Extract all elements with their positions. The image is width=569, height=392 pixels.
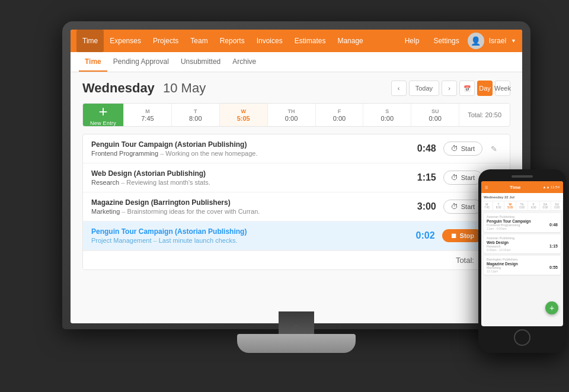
- sub-nav-time[interactable]: Time: [79, 57, 107, 72]
- monitor-stand-base: : [237, 334, 356, 353]
- week-row: + New Entry M 7:45 T 8:00: [82, 103, 510, 127]
- nav-item-invoices[interactable]: Invoices: [251, 30, 289, 52]
- apple-logo: : [294, 322, 299, 338]
- phone-wday-t[interactable]: T8:00: [493, 201, 505, 210]
- total-row: Total: 5:05: [83, 250, 510, 269]
- time-entry-4: Penguin Tour Campaign (Astorian Publishi…: [83, 221, 510, 250]
- entry-subtitle-3: Marketing – Brainstorming ideas for the …: [91, 208, 414, 215]
- day-view-button[interactable]: Day: [477, 81, 493, 96]
- phone-wday-f[interactable]: F0:00: [528, 201, 540, 210]
- calendar-button[interactable]: 📅: [459, 81, 475, 96]
- entry-info-3: Magazine Design (Barrington Publishers) …: [91, 198, 414, 215]
- prev-date-button[interactable]: ‹: [391, 81, 407, 96]
- entry-duration-1: 0:48: [414, 143, 436, 154]
- new-entry-button[interactable]: + New Entry: [83, 104, 123, 126]
- nav-item-time[interactable]: Time: [76, 30, 104, 52]
- phone-wday-su[interactable]: SU0:00: [551, 201, 563, 210]
- week-days: M 7:45 T 8:00 W 5:05: [123, 104, 459, 126]
- nav-item-team[interactable]: Team: [184, 30, 213, 52]
- entry-subtitle-1: Frontend Programming – Working on the ne…: [91, 150, 414, 157]
- phone-dur-1: 0:48: [549, 223, 558, 227]
- phone-fab-button[interactable]: +: [545, 301, 558, 314]
- week-day-tue[interactable]: T 8:00: [171, 104, 219, 126]
- nav-settings[interactable]: Settings: [427, 30, 465, 52]
- time-entries: Penguin Tour Campaign (Astorian Publishi…: [82, 134, 510, 270]
- phone: ☰ Time ▲▲ 11:54 Wednesday 22 Jul M7:45 T…: [478, 169, 566, 353]
- entry-title-3: Magazine Design (Barrington Publishers): [91, 198, 414, 207]
- nav-item-estimates[interactable]: Estimates: [289, 30, 332, 52]
- start-button-3[interactable]: ⏱ Start: [443, 200, 482, 214]
- user-name: Israel: [487, 37, 509, 45]
- start-button-1[interactable]: ⏱ Start: [443, 142, 482, 156]
- phone-title-2: Web Design: [487, 240, 511, 245]
- avatar: 👤: [468, 33, 484, 49]
- nav-item-projects[interactable]: Projects: [147, 30, 184, 52]
- phone-title-3: Magazine Design: [487, 262, 518, 266]
- sub-nav-archive[interactable]: Archive: [226, 57, 262, 72]
- next-date-button[interactable]: ›: [442, 81, 457, 96]
- today-button[interactable]: Today: [409, 81, 439, 96]
- total-label: Total:: [456, 256, 474, 265]
- date-header: Wednesday 10 May ‹ Today › 📅 Day Week: [82, 81, 510, 96]
- entry-info-4: Penguin Tour Campaign (Astorian Publishi…: [91, 227, 413, 244]
- phone-wday-s[interactable]: SA0:00: [540, 201, 552, 210]
- entry-subtitle-2: Research – Reviewing last month's stats.: [91, 179, 414, 186]
- clock-icon-1: ⏱: [451, 144, 458, 153]
- edit-button-1[interactable]: ✎: [486, 141, 501, 156]
- nav-bar: Time Expenses Projects Team Reports Invo…: [71, 30, 522, 52]
- entry-duration-2: 1:15: [414, 172, 436, 183]
- nav-item-manage[interactable]: Manage: [331, 30, 369, 52]
- phone-dur-2: 1:15: [549, 244, 558, 248]
- entry-title-1: Penguin Tour Campaign (Astorian Publishi…: [91, 140, 414, 149]
- phone-time-3: 12:11pm: [487, 269, 518, 273]
- phone-status: ▲▲ 11:54: [542, 185, 560, 189]
- phone-dur-3: 0:55: [549, 265, 558, 269]
- entry-subtitle-4: Project Management – Last minute launch …: [91, 237, 413, 244]
- phone-nav: ☰ Time ▲▲ 11:54: [481, 181, 563, 193]
- week-day-fri[interactable]: F 0:00: [315, 104, 363, 126]
- entry-info-2: Web Design (Astorian Publishing) Researc…: [91, 169, 414, 186]
- new-entry-label: New Entry: [90, 120, 116, 126]
- phone-date-text: Wednesday 22 Jul: [484, 195, 514, 199]
- clock-icon-2: ⏱: [451, 173, 458, 182]
- week-day-sat[interactable]: S 0:00: [363, 104, 411, 126]
- week-day-thu[interactable]: Th 0:00: [267, 104, 315, 126]
- phone-wday-w[interactable]: W5:05: [504, 201, 516, 210]
- sub-nav: Time Pending Approval Unsubmitted Archiv…: [71, 52, 522, 72]
- phone-company-2: Astorian Publishing: [487, 236, 558, 240]
- phone-time-1: 11am - 6:00am: [487, 227, 531, 230]
- main-content: Wednesday 10 May ‹ Today › 📅 Day Week: [71, 72, 522, 323]
- sub-nav-pending[interactable]: Pending Approval: [107, 57, 175, 72]
- sub-nav-unsubmitted[interactable]: Unsubmitted: [175, 57, 226, 72]
- nav-item-expenses[interactable]: Expenses: [104, 30, 147, 52]
- week-view-button[interactable]: Week: [495, 81, 510, 96]
- week-total: Total: 20:50: [459, 104, 510, 126]
- stop-icon: ⏹: [450, 232, 457, 239]
- entry-title-2: Web Design (Astorian Publishing): [91, 169, 414, 178]
- week-day-mon[interactable]: M 7:45: [123, 104, 171, 126]
- date-title: Wednesday 10 May: [82, 81, 391, 96]
- entry-duration-3: 3:00: [414, 201, 436, 212]
- time-entry-2: Web Design (Astorian Publishing) Researc…: [83, 163, 510, 192]
- nav-item-reports[interactable]: Reports: [214, 30, 251, 52]
- nav-help[interactable]: Help: [399, 30, 426, 52]
- calendar-icon: 📅: [463, 85, 471, 92]
- date-controls: ‹ Today › 📅 Day Week: [391, 81, 510, 96]
- phone-nav-title: Time: [488, 185, 542, 190]
- phone-entry-2: Astorian Publishing Web Design Research …: [484, 234, 561, 253]
- phone-wday-th[interactable]: Th0:00: [516, 201, 528, 210]
- entry-duration-4: 0:02: [413, 230, 435, 241]
- stop-button[interactable]: ⏹ Stop: [442, 229, 482, 242]
- phone-wday-m[interactable]: M7:45: [481, 201, 493, 210]
- phone-week-bar: M7:45 T8:00 W5:05 Th0:00 F0:00 SA0:00 SU…: [481, 201, 563, 211]
- phone-title-1: Penguin Tour Campaign: [487, 219, 531, 223]
- phone-date-bar: Wednesday 22 Jul: [481, 193, 563, 201]
- phone-time-2: 9:00am - 10:15am: [487, 248, 511, 252]
- phone-company-1: Astorian Publishing: [487, 215, 558, 219]
- week-day-wed[interactable]: W 5:05: [219, 104, 267, 126]
- time-entry-1: Penguin Tour Campaign (Astorian Publishi…: [83, 134, 510, 163]
- week-day-sun[interactable]: Su 0:00: [411, 104, 459, 126]
- start-button-2[interactable]: ⏱ Start: [443, 171, 482, 185]
- time-entry-3: Magazine Design (Barrington Publishers) …: [83, 192, 510, 221]
- phone-home-button[interactable]: [514, 329, 530, 346]
